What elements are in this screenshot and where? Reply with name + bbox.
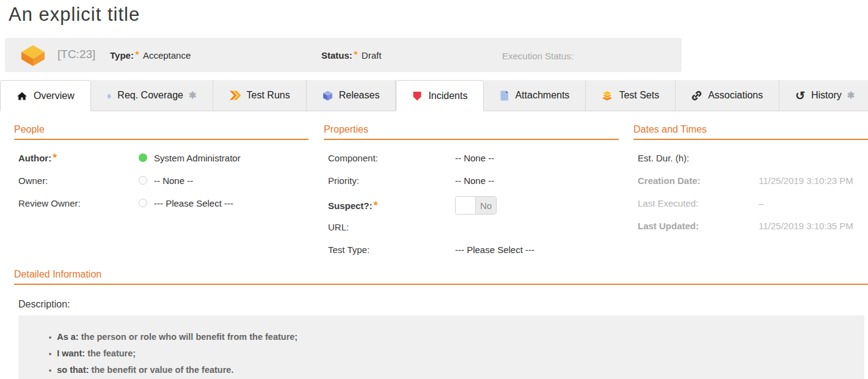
tab-overview[interactable]: Overview	[0, 80, 91, 111]
user-avatar-icon[interactable]	[139, 176, 147, 185]
artifact-id: [TC:23]	[57, 48, 95, 61]
author-value[interactable]: System Administrator	[139, 153, 241, 163]
tab-label: Test Runs	[247, 90, 290, 101]
type-label: Type:	[110, 50, 134, 61]
url-field: URL:	[324, 220, 619, 234]
last-updated-value: 11/25/2019 3:10:35 PM	[759, 221, 853, 231]
section-rule	[633, 139, 868, 140]
test-type-field: Test Type: --- Please Select ---	[324, 243, 619, 256]
double-chevron-icon	[229, 90, 241, 100]
test-type-value[interactable]: --- Please Select ---	[455, 245, 534, 255]
last-updated-field: Last Updated: 11/25/2019 3:10:35 PM	[633, 219, 868, 232]
tab-history[interactable]: ↺ History ✱	[779, 80, 868, 111]
execution-status-label: Execution Status:	[502, 51, 574, 61]
tab-test-runs[interactable]: Test Runs	[213, 80, 307, 111]
tab-label: Req. Coverage	[117, 90, 183, 101]
owner-label: Owner:	[18, 175, 139, 186]
toggle-state-label: No	[476, 197, 496, 214]
people-section-title: People	[14, 124, 308, 135]
required-star-icon: ★	[52, 152, 57, 159]
tab-label: Overview	[34, 90, 75, 101]
author-field: Author:★ System Administrator	[14, 151, 308, 164]
component-field: Component: -- None --	[324, 151, 619, 164]
description-bullet: •I want: the feature;	[49, 345, 864, 362]
tab-attachments[interactable]: Attachments	[484, 80, 586, 111]
last-executed-label: Last Executed:	[638, 198, 759, 208]
detailed-information-section: Detailed Information	[14, 269, 868, 285]
creation-date-field: Creation Date: 11/25/2019 3:10:23 PM	[633, 174, 868, 187]
required-star-icon: ★	[373, 200, 379, 207]
home-icon	[16, 91, 27, 101]
review-owner-field: Review Owner: --- Please Select ---	[14, 196, 308, 210]
user-avatar-icon[interactable]	[139, 199, 147, 207]
status-field: Status:★Draft	[321, 50, 381, 61]
type-value[interactable]: Acceptance	[143, 50, 191, 61]
tab-incidents[interactable]: Incidents	[396, 80, 484, 111]
priority-label: Priority:	[328, 175, 455, 186]
tab-associations[interactable]: Associations	[676, 80, 779, 111]
properties-section-title: Properties	[324, 124, 619, 135]
section-rule	[14, 284, 868, 285]
asterisk-icon: ✱	[189, 90, 197, 101]
page-title: An explicit title	[9, 4, 140, 26]
last-executed-value: –	[759, 198, 764, 208]
tab-label: Releases	[339, 90, 380, 101]
owner-field: Owner: -- None --	[14, 174, 308, 187]
description-bullet-list: •As a: the person or role who will benef…	[18, 315, 864, 378]
component-value[interactable]: -- None --	[455, 153, 494, 163]
tab-label: Attachments	[515, 90, 569, 101]
priority-value[interactable]: -- None --	[455, 175, 494, 186]
description-label: Description:	[18, 299, 70, 310]
user-avatar-icon[interactable]	[139, 153, 147, 162]
test-type-label: Test Type:	[328, 245, 455, 255]
document-icon	[500, 90, 509, 101]
tab-label: Associations	[708, 90, 763, 101]
description-bullet: •so that: the benefit or value of the fe…	[49, 362, 864, 378]
description-editor[interactable]: •As a: the person or role who will benef…	[18, 315, 864, 379]
suspect-toggle[interactable]: No	[455, 196, 497, 215]
required-star-icon: ★	[353, 50, 359, 56]
asterisk-icon: ✱	[847, 90, 855, 101]
dates-section-title: Dates and Times	[633, 124, 868, 135]
layers-icon	[602, 90, 613, 101]
creation-date-label: Creation Date:	[638, 175, 759, 186]
status-label: Status:	[321, 50, 352, 61]
last-executed-field: Last Executed: –	[633, 196, 868, 210]
tab-label: Incidents	[428, 90, 467, 101]
est-duration-label: Est. Dur. (h):	[638, 153, 759, 163]
incident-shield-icon	[412, 91, 422, 101]
tab-req-coverage[interactable]: ♦ Req. Coverage ✱	[91, 80, 213, 111]
link-icon	[691, 90, 702, 101]
suspect-label: Suspect?:★	[328, 200, 455, 211]
section-rule	[324, 139, 619, 140]
toggle-knob	[456, 197, 476, 214]
properties-section: Properties Component: -- None -- Priorit…	[324, 124, 619, 265]
url-label: URL:	[328, 222, 455, 232]
tab-releases[interactable]: Releases	[307, 80, 396, 111]
component-label: Component:	[328, 153, 455, 163]
people-section: People Author:★ System Administrator Own…	[14, 124, 308, 219]
suspect-field: Suspect?:★ No	[324, 196, 619, 215]
tab-strip: Overview ♦ Req. Coverage ✱ Test Runs Rel…	[0, 80, 868, 111]
tab-label: Test Sets	[619, 90, 659, 101]
required-star-icon: ★	[134, 50, 140, 56]
test-case-box-icon	[20, 45, 46, 70]
detailed-information-title: Detailed Information	[14, 269, 868, 280]
description-bullet: •As a: the person or role who will benef…	[49, 329, 864, 345]
artifact-header-bar: [TC:23] Type:★Acceptance Status:★Draft O…	[5, 38, 682, 72]
bullet-icon: •	[49, 333, 51, 342]
owner-value[interactable]: -- None --	[139, 175, 193, 186]
history-icon: ↺	[795, 90, 805, 101]
bullet-icon: •	[49, 350, 51, 358]
review-owner-value[interactable]: --- Please Select ---	[139, 198, 233, 208]
author-label: Author:★	[18, 152, 139, 163]
last-updated-label: Last Updated:	[638, 221, 759, 231]
cube-icon	[323, 90, 333, 101]
diamond-icon: ♦	[107, 90, 112, 101]
bullet-icon: •	[49, 366, 51, 375]
est-duration-field: Est. Dur. (h):	[633, 151, 868, 164]
dates-section: Dates and Times Est. Dur. (h): Creation …	[633, 124, 868, 241]
creation-date-value: 11/25/2019 3:10:23 PM	[759, 175, 853, 186]
tab-test-sets[interactable]: Test Sets	[586, 80, 676, 111]
status-value[interactable]: Draft	[362, 50, 382, 61]
